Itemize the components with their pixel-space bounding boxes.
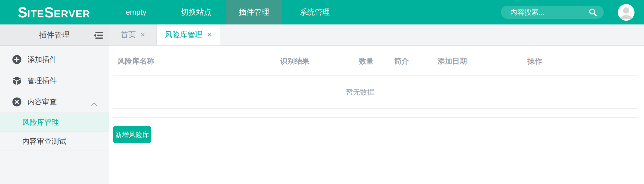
chevron-up-icon — [91, 100, 97, 108]
sidebar-submenu: 风险库管理 内容审查测试 — [0, 113, 109, 151]
sidebar-item-manage-plugin[interactable]: 管理插件 — [0, 70, 109, 91]
siteserver-logo[interactable]: SITESERVER — [0, 4, 109, 21]
search-input[interactable] — [501, 6, 604, 19]
sidebar-item-add-plugin[interactable]: 添加插件 — [0, 49, 109, 70]
sidebar-item-label: 添加插件 — [27, 55, 57, 64]
nav-item-empty[interactable]: empty — [117, 0, 155, 24]
nav-item-plugin-management[interactable]: 插件管理 — [226, 0, 282, 24]
tab-bar: 首页 × 风险库管理 × — [109, 24, 644, 46]
user-avatar[interactable] — [618, 4, 634, 21]
column-header-name: 风险库名称 — [117, 56, 154, 66]
logo-text: ITE — [27, 8, 44, 20]
sidebar-item-content-review[interactable]: 内容审查 — [0, 91, 109, 113]
close-icon[interactable]: × — [140, 31, 145, 39]
sidebar-title: 插件管理 — [39, 30, 70, 40]
empty-state-text: 暂无数据 — [346, 88, 374, 97]
column-header-actions: 操作 — [527, 56, 542, 66]
sidebar-header: 插件管理 — [0, 24, 109, 46]
logo-text: S — [18, 4, 27, 20]
table-divider — [113, 75, 638, 76]
sidebar-collapse-icon[interactable] — [93, 31, 103, 40]
table-divider — [113, 117, 638, 118]
sidebar-item-label: 管理插件 — [27, 76, 57, 86]
tab-risk-library-management[interactable]: 风险库管理 × — [157, 24, 220, 45]
sidebar-menu: 添加插件 管理插件 — [0, 46, 109, 151]
logo-text: ERVER — [54, 8, 90, 20]
content-search-box — [501, 6, 604, 19]
close-icon[interactable]: × — [207, 31, 212, 39]
tab-label: 首页 — [121, 30, 136, 40]
nav-item-switch-site[interactable]: 切换站点 — [166, 0, 226, 24]
sidebar-subitem-risk-library[interactable]: 风险库管理 — [0, 113, 109, 132]
topbar: SITESERVER empty 切换站点 插件管理 系统管理 — [0, 0, 644, 24]
plus-circle-icon — [12, 55, 21, 64]
sidebar-subitem-content-review-test[interactable]: 内容审查测试 — [0, 132, 109, 151]
risk-library-panel: 风险库名称 识别结果 数量 简介 添加日期 操作 暂无数据 新增风险库 — [109, 46, 644, 184]
column-header-date: 添加日期 — [438, 56, 467, 66]
tab-label: 风险库管理 — [165, 30, 203, 40]
main-area: 首页 × 风险库管理 × 风险库名称 识别结果 数量 简介 添加日期 操作 暂无… — [109, 24, 644, 184]
nav-item-system-management[interactable]: 系统管理 — [284, 0, 345, 24]
sidebar: 插件管理 — [0, 24, 109, 184]
column-header-intro: 简介 — [394, 56, 409, 66]
tab-home[interactable]: 首页 × — [109, 24, 157, 45]
top-nav: empty 切换站点 插件管理 系统管理 — [109, 0, 345, 24]
logo-text: S — [44, 4, 54, 20]
x-circle-icon — [12, 97, 21, 107]
search-icon[interactable] — [589, 8, 597, 18]
table-divider — [113, 108, 638, 109]
column-header-result: 识别结果 — [280, 56, 309, 66]
app: SITESERVER empty 切换站点 插件管理 系统管理 — [0, 0, 644, 184]
column-header-count: 数量 — [359, 56, 374, 66]
sidebar-item-label: 内容审查 — [27, 97, 57, 107]
body-row: 插件管理 — [0, 24, 644, 184]
add-risk-library-button[interactable]: 新增风险库 — [113, 126, 151, 143]
cube-icon — [12, 76, 21, 85]
